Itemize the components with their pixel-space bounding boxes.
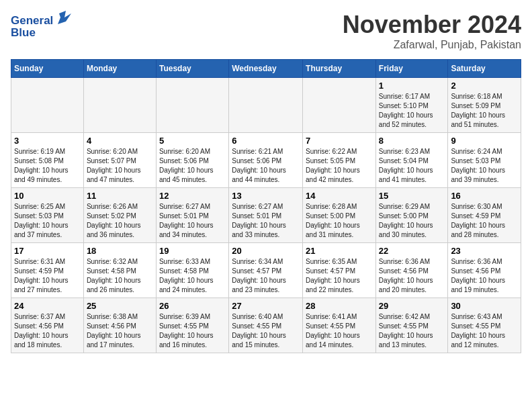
day-info: Sunrise: 6:27 AMSunset: 5:01 PMDaylight:… <box>232 202 300 240</box>
day-info: Sunrise: 6:21 AMSunset: 5:06 PMDaylight:… <box>232 147 300 185</box>
calendar-cell: 4Sunrise: 6:20 AMSunset: 5:07 PMDaylight… <box>83 133 156 188</box>
month-title: November 2024 <box>343 11 521 39</box>
day-number: 28 <box>306 301 373 311</box>
day-info: Sunrise: 6:40 AMSunset: 4:55 PMDaylight:… <box>232 312 300 350</box>
day-number: 13 <box>232 191 300 201</box>
week-row-3: 10Sunrise: 6:25 AMSunset: 5:03 PMDayligh… <box>11 188 521 243</box>
week-row-4: 17Sunrise: 6:31 AMSunset: 4:59 PMDayligh… <box>11 243 521 298</box>
day-info: Sunrise: 6:23 AMSunset: 5:04 PMDaylight:… <box>379 147 445 185</box>
day-info: Sunrise: 6:37 AMSunset: 4:56 PMDaylight:… <box>14 312 81 350</box>
calendar-cell <box>303 78 376 133</box>
calendar-cell: 13Sunrise: 6:27 AMSunset: 5:01 PMDayligh… <box>229 188 303 243</box>
day-info: Sunrise: 6:26 AMSunset: 5:02 PMDaylight:… <box>87 202 153 240</box>
calendar-cell <box>11 78 84 133</box>
calendar-cell: 5Sunrise: 6:20 AMSunset: 5:06 PMDaylight… <box>156 133 228 188</box>
day-info: Sunrise: 6:36 AMSunset: 4:56 PMDaylight:… <box>379 257 445 295</box>
calendar-cell: 8Sunrise: 6:23 AMSunset: 5:04 PMDaylight… <box>375 133 448 188</box>
day-info: Sunrise: 6:22 AMSunset: 5:05 PMDaylight:… <box>306 147 373 185</box>
day-number: 20 <box>232 246 300 256</box>
title-area: November 2024 Zafarwal, Punjab, Pakistan <box>343 11 521 51</box>
day-number: 16 <box>451 191 518 201</box>
calendar-cell: 14Sunrise: 6:28 AMSunset: 5:00 PMDayligh… <box>303 188 376 243</box>
day-info: Sunrise: 6:39 AMSunset: 4:55 PMDaylight:… <box>159 312 226 350</box>
day-number: 3 <box>14 136 81 146</box>
calendar-cell: 7Sunrise: 6:22 AMSunset: 5:05 PMDaylight… <box>303 133 376 188</box>
calendar-cell: 17Sunrise: 6:31 AMSunset: 4:59 PMDayligh… <box>11 243 84 298</box>
calendar-cell <box>229 78 303 133</box>
day-info: Sunrise: 6:18 AMSunset: 5:09 PMDaylight:… <box>451 92 518 130</box>
week-row-5: 24Sunrise: 6:37 AMSunset: 4:56 PMDayligh… <box>11 298 521 353</box>
calendar-cell: 16Sunrise: 6:30 AMSunset: 4:59 PMDayligh… <box>448 188 521 243</box>
calendar-cell: 12Sunrise: 6:27 AMSunset: 5:01 PMDayligh… <box>156 188 228 243</box>
day-number: 4 <box>87 136 153 146</box>
weekday-header-monday: Monday <box>83 60 156 78</box>
day-number: 19 <box>159 246 226 256</box>
day-number: 15 <box>379 191 445 201</box>
day-number: 25 <box>87 301 153 311</box>
day-info: Sunrise: 6:20 AMSunset: 5:07 PMDaylight:… <box>87 147 153 185</box>
calendar-cell: 9Sunrise: 6:24 AMSunset: 5:03 PMDaylight… <box>448 133 521 188</box>
day-info: Sunrise: 6:27 AMSunset: 5:01 PMDaylight:… <box>159 202 226 240</box>
calendar-cell: 19Sunrise: 6:33 AMSunset: 4:58 PMDayligh… <box>156 243 228 298</box>
day-info: Sunrise: 6:20 AMSunset: 5:06 PMDaylight:… <box>159 147 226 185</box>
day-number: 29 <box>379 301 445 311</box>
day-info: Sunrise: 6:42 AMSunset: 4:55 PMDaylight:… <box>379 312 445 350</box>
day-number: 5 <box>159 136 226 146</box>
day-info: Sunrise: 6:29 AMSunset: 5:00 PMDaylight:… <box>379 202 445 240</box>
day-info: Sunrise: 6:30 AMSunset: 4:59 PMDaylight:… <box>451 202 518 240</box>
day-info: Sunrise: 6:28 AMSunset: 5:00 PMDaylight:… <box>306 202 373 240</box>
weekday-header-row: SundayMondayTuesdayWednesdayThursdayFrid… <box>11 60 521 78</box>
calendar-cell: 23Sunrise: 6:36 AMSunset: 4:56 PMDayligh… <box>448 243 521 298</box>
day-info: Sunrise: 6:19 AMSunset: 5:08 PMDaylight:… <box>14 147 81 185</box>
day-number: 26 <box>159 301 226 311</box>
calendar-cell: 24Sunrise: 6:37 AMSunset: 4:56 PMDayligh… <box>11 298 84 353</box>
calendar-table: SundayMondayTuesdayWednesdayThursdayFrid… <box>11 59 521 353</box>
day-number: 9 <box>451 136 518 146</box>
logo: General Blue <box>11 11 71 44</box>
day-number: 30 <box>451 301 518 311</box>
day-info: Sunrise: 6:35 AMSunset: 4:57 PMDaylight:… <box>306 257 373 295</box>
day-number: 1 <box>379 81 445 91</box>
calendar-cell: 15Sunrise: 6:29 AMSunset: 5:00 PMDayligh… <box>375 188 448 243</box>
day-info: Sunrise: 6:36 AMSunset: 4:56 PMDaylight:… <box>451 257 518 295</box>
day-number: 8 <box>379 136 445 146</box>
calendar-cell: 20Sunrise: 6:34 AMSunset: 4:57 PMDayligh… <box>229 243 303 298</box>
weekday-header-saturday: Saturday <box>448 60 521 78</box>
calendar-cell: 3Sunrise: 6:19 AMSunset: 5:08 PMDaylight… <box>11 133 84 188</box>
general-blue-logo-icon: General Blue <box>11 11 71 44</box>
day-info: Sunrise: 6:32 AMSunset: 4:58 PMDaylight:… <box>87 257 153 295</box>
weekday-header-thursday: Thursday <box>303 60 376 78</box>
day-info: Sunrise: 6:17 AMSunset: 5:10 PMDaylight:… <box>379 92 445 130</box>
day-info: Sunrise: 6:33 AMSunset: 4:58 PMDaylight:… <box>159 257 226 295</box>
day-info: Sunrise: 6:31 AMSunset: 4:59 PMDaylight:… <box>14 257 81 295</box>
calendar-cell: 28Sunrise: 6:41 AMSunset: 4:55 PMDayligh… <box>303 298 376 353</box>
calendar-cell: 21Sunrise: 6:35 AMSunset: 4:57 PMDayligh… <box>303 243 376 298</box>
calendar-cell: 26Sunrise: 6:39 AMSunset: 4:55 PMDayligh… <box>156 298 228 353</box>
weekday-header-friday: Friday <box>375 60 448 78</box>
calendar-cell: 29Sunrise: 6:42 AMSunset: 4:55 PMDayligh… <box>375 298 448 353</box>
location-title: Zafarwal, Punjab, Pakistan <box>343 39 521 51</box>
svg-text:Blue: Blue <box>11 26 36 39</box>
calendar-cell: 25Sunrise: 6:38 AMSunset: 4:56 PMDayligh… <box>83 298 156 353</box>
day-number: 7 <box>306 136 373 146</box>
day-number: 21 <box>306 246 373 256</box>
calendar-cell: 6Sunrise: 6:21 AMSunset: 5:06 PMDaylight… <box>229 133 303 188</box>
weekday-header-tuesday: Tuesday <box>156 60 228 78</box>
day-number: 17 <box>14 246 81 256</box>
day-number: 22 <box>379 246 445 256</box>
calendar-cell: 22Sunrise: 6:36 AMSunset: 4:56 PMDayligh… <box>375 243 448 298</box>
calendar-cell: 30Sunrise: 6:43 AMSunset: 4:55 PMDayligh… <box>448 298 521 353</box>
day-info: Sunrise: 6:34 AMSunset: 4:57 PMDaylight:… <box>232 257 300 295</box>
calendar-cell: 27Sunrise: 6:40 AMSunset: 4:55 PMDayligh… <box>229 298 303 353</box>
week-row-2: 3Sunrise: 6:19 AMSunset: 5:08 PMDaylight… <box>11 133 521 188</box>
day-number: 12 <box>159 191 226 201</box>
day-number: 24 <box>14 301 81 311</box>
day-number: 10 <box>14 191 81 201</box>
calendar-cell: 10Sunrise: 6:25 AMSunset: 5:03 PMDayligh… <box>11 188 84 243</box>
day-number: 27 <box>232 301 300 311</box>
week-row-1: 1Sunrise: 6:17 AMSunset: 5:10 PMDaylight… <box>11 78 521 133</box>
day-info: Sunrise: 6:24 AMSunset: 5:03 PMDaylight:… <box>451 147 518 185</box>
svg-marker-2 <box>58 11 71 24</box>
day-number: 14 <box>306 191 373 201</box>
weekday-header-sunday: Sunday <box>11 60 84 78</box>
